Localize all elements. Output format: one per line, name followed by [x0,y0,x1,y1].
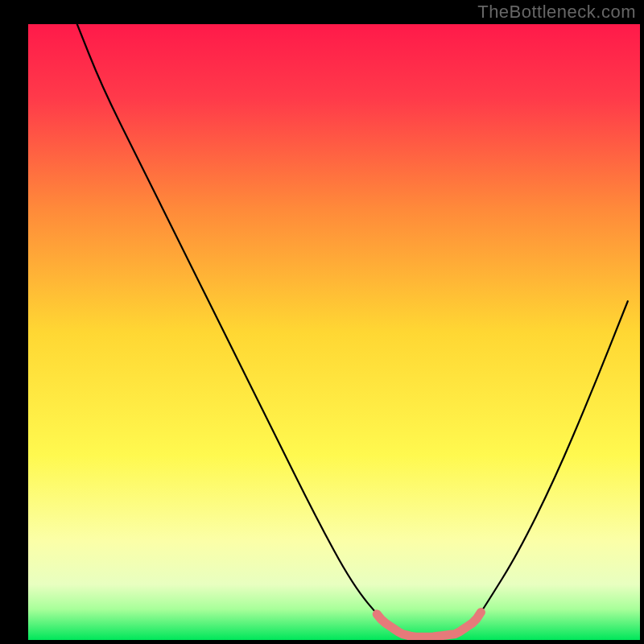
chart-container: TheBottleneck.com [0,0,644,644]
bottleneck-chart [0,0,644,644]
watermark-text: TheBottleneck.com [477,2,636,23]
gradient-background [28,24,640,640]
